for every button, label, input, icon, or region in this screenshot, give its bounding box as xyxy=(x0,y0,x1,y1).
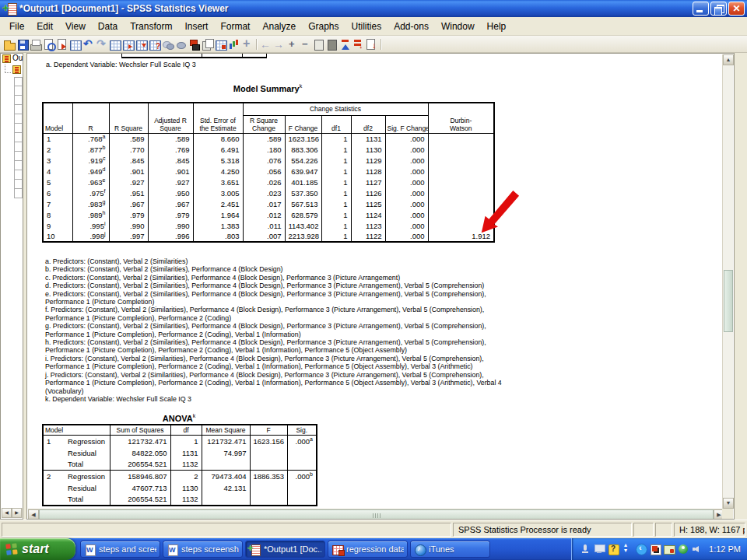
variables-icon[interactable] xyxy=(148,37,161,51)
document-pane[interactable]: a. Dependent Variable: Wechsler Full Sca… xyxy=(26,53,735,520)
outline-child-node[interactable] xyxy=(1,65,23,75)
horizontal-scrollbar[interactable]: ◀ ▶ xyxy=(28,509,724,520)
outline-root-node[interactable]: Out xyxy=(1,54,23,65)
minimize-button[interactable] xyxy=(693,2,709,16)
column-header: df1 xyxy=(321,115,351,133)
menu-item[interactable]: Insert xyxy=(178,19,214,34)
start-button[interactable]: start xyxy=(0,538,75,560)
demote-icon[interactable] xyxy=(272,37,286,51)
model-summary-row: 10 .998j .997 .996 .803 .007 2213.928 1 … xyxy=(43,231,494,242)
taskbar-button-regression-dataset[interactable]: regression datas... xyxy=(328,541,408,558)
toolbar-separator xyxy=(254,37,259,51)
save-icon[interactable] xyxy=(16,37,29,51)
model-summary-row: 7 .983g .967 .967 2.451 .017 567.513 1 1… xyxy=(43,198,494,209)
scrollbar-corner xyxy=(722,509,733,520)
volume-icon[interactable] xyxy=(692,544,703,555)
vertical-scroll-thumb[interactable] xyxy=(724,270,733,332)
column-header: Mean Square xyxy=(202,425,250,436)
menu-item[interactable]: Add-ons xyxy=(388,19,435,34)
menu-item[interactable]: Analyze xyxy=(256,19,302,34)
spss-output-icon xyxy=(249,544,261,555)
insert-chart-icon[interactable] xyxy=(227,37,240,51)
find-icon[interactable] xyxy=(161,37,174,51)
redo-icon[interactable] xyxy=(95,37,108,51)
spss-tray-icon[interactable] xyxy=(650,544,661,555)
outline-scrollbar[interactable]: ◀ ▶ xyxy=(2,508,23,518)
taskbar: start steps and scree... steps screensho… xyxy=(0,538,747,560)
print-preview-icon[interactable] xyxy=(42,37,55,51)
export-output-icon[interactable] xyxy=(55,37,68,51)
menu-item[interactable]: Window xyxy=(435,19,481,34)
column-header: F xyxy=(250,425,287,436)
data-editor-icon[interactable] xyxy=(68,37,82,51)
menu-item[interactable]: File xyxy=(3,19,30,34)
insert-title-icon[interactable] xyxy=(352,37,365,51)
undo-icon[interactable] xyxy=(82,37,95,51)
tree-connector xyxy=(5,65,11,73)
column-header: Sum of Squares xyxy=(110,425,170,436)
hide-icon[interactable] xyxy=(325,37,338,51)
collapse-icon[interactable] xyxy=(299,37,312,51)
show-icon[interactable] xyxy=(312,37,325,51)
messenger-icon[interactable] xyxy=(636,544,647,555)
taskbar-button-output1[interactable]: *Output1 [Doc... xyxy=(245,541,325,558)
expand-icon[interactable] xyxy=(286,37,299,51)
anova-title: ANOVAk xyxy=(42,413,316,423)
footnote-line: b. Predictors: (Constant), Verbal 2 (Sim… xyxy=(45,265,523,273)
outline-item-stack[interactable] xyxy=(14,77,23,198)
outline-scroll-left-icon[interactable]: ◀ xyxy=(2,508,12,518)
column-header: df xyxy=(170,425,202,436)
restore-button[interactable] xyxy=(710,2,727,16)
designate-window-icon[interactable] xyxy=(201,37,214,51)
insert-text-icon[interactable] xyxy=(365,37,378,51)
model-summary-table: Model R R Square Adjusted R Square Std. … xyxy=(42,102,495,243)
system-tray: 1:12 PM xyxy=(571,538,747,560)
menu-item[interactable]: Format xyxy=(214,19,256,34)
open-file-icon[interactable] xyxy=(2,37,16,51)
column-header: Adjusted R Square xyxy=(148,103,193,133)
print-icon[interactable] xyxy=(29,37,42,51)
menu-item[interactable]: Graphs xyxy=(302,19,345,34)
column-header: df2 xyxy=(351,115,385,133)
model-summary-row: 1 .768a .589 .589 8.660 .589 1623.156 1 … xyxy=(43,133,494,144)
taskbar-button-steps-and-screen[interactable]: steps and scree... xyxy=(80,541,160,558)
outline-pane[interactable]: Out ◀ ▶ xyxy=(0,53,23,520)
menu-item[interactable]: View xyxy=(59,19,92,34)
status-dimensions: H: 188, W: 1167 pt. xyxy=(674,523,745,537)
wireless-icon[interactable] xyxy=(678,544,689,555)
insert-heading-icon[interactable] xyxy=(338,37,352,51)
promote-icon[interactable] xyxy=(259,37,272,51)
menu-item[interactable]: Transform xyxy=(124,19,178,34)
menu-item[interactable]: Help xyxy=(481,19,513,34)
horizontal-scroll-thumb[interactable] xyxy=(39,509,714,520)
mic-icon[interactable] xyxy=(580,544,591,555)
add-icon[interactable] xyxy=(240,37,254,51)
help-icon[interactable] xyxy=(608,544,619,555)
goto-case-icon[interactable] xyxy=(121,37,135,51)
select-last-output-icon[interactable] xyxy=(188,37,201,51)
close-button[interactable] xyxy=(728,2,745,16)
taskbar-button-steps-screenshot[interactable]: steps screensho... xyxy=(163,541,243,558)
scroll-down-icon[interactable]: ▼ xyxy=(723,498,734,509)
image-tray-icon[interactable] xyxy=(664,544,675,555)
menu-item[interactable]: Edit xyxy=(30,19,59,34)
use-sets-icon[interactable] xyxy=(174,37,188,51)
insert-pivot-icon[interactable] xyxy=(214,37,227,51)
menu-item[interactable]: Data xyxy=(92,19,124,34)
scroll-up-icon[interactable]: ▲ xyxy=(723,54,734,65)
taskbar-button-itunes[interactable]: iTunes xyxy=(410,541,490,558)
hide-tray-arrow-icon[interactable] xyxy=(622,544,633,555)
footnote-line: i. Predictors: (Constant), Verbal 2 (Sim… xyxy=(45,355,523,371)
spss-data-icon xyxy=(331,544,343,555)
goto-variable-icon[interactable] xyxy=(135,37,148,51)
display-icon[interactable] xyxy=(594,544,605,555)
goto-data-icon[interactable] xyxy=(108,37,121,51)
vertical-scrollbar[interactable]: ▲ ▼ xyxy=(722,54,733,509)
footnote-line: e. Predictors: (Constant), Verbal 2 (Sim… xyxy=(45,290,523,306)
model-summary-footnotes: a. Predictors: (Constant), Verbal 2 (Sim… xyxy=(45,257,523,403)
output-child-icon xyxy=(12,65,21,74)
outline-scroll-right-icon[interactable]: ▶ xyxy=(12,508,22,518)
menu-item[interactable]: Utilities xyxy=(345,19,388,34)
cut-table-bottom-edge xyxy=(121,57,267,58)
scroll-left-icon[interactable]: ◀ xyxy=(28,509,39,520)
